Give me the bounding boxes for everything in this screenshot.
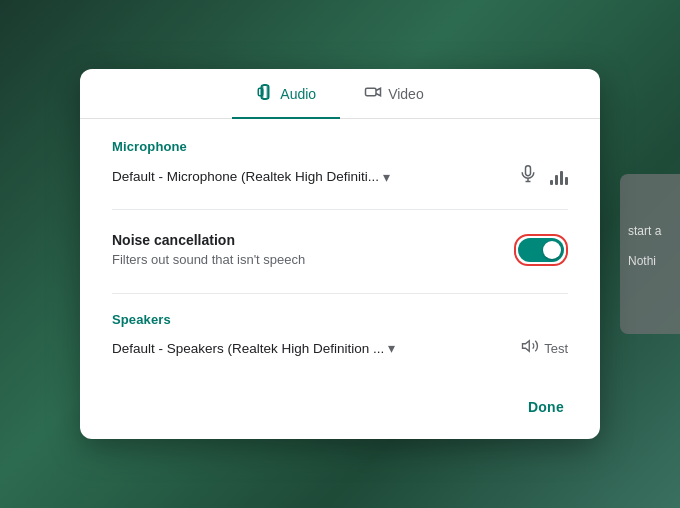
sidebar-start-text: start a	[628, 224, 661, 238]
noise-cancellation-toggle-wrapper	[514, 234, 568, 266]
divider-2	[112, 293, 568, 294]
microphone-device-name: Default - Microphone (Realtek High Defin…	[112, 169, 379, 184]
speakers-select[interactable]: Default - Speakers (Realtek High Definit…	[112, 340, 395, 356]
microphone-chevron-icon: ▾	[383, 169, 390, 185]
microphone-icon	[518, 164, 538, 189]
svg-rect-3	[366, 88, 377, 96]
dialog-footer: Done	[80, 383, 600, 439]
speakers-device-row: Default - Speakers (Realtek High Definit…	[112, 337, 568, 359]
tab-audio-label: Audio	[280, 86, 316, 102]
tab-bar: Audio Video	[80, 69, 600, 119]
tab-video[interactable]: Video	[340, 69, 448, 119]
video-tab-icon	[364, 83, 382, 105]
microphone-device-row: Default - Microphone (Realtek High Defin…	[112, 164, 568, 189]
noise-cancellation-row: Noise cancellation Filters out sound tha…	[112, 228, 568, 271]
test-label: Test	[544, 341, 568, 356]
done-button[interactable]: Done	[516, 391, 576, 423]
svg-marker-7	[523, 341, 530, 352]
speakers-section-label: Speakers	[112, 312, 568, 327]
sidebar-nothi-text: Nothi	[628, 254, 656, 268]
speakers-chevron-icon: ▾	[388, 340, 395, 356]
microphone-section-label: Microphone	[112, 139, 568, 154]
svg-rect-4	[526, 166, 531, 176]
tab-video-label: Video	[388, 86, 424, 102]
sidebar-panel: start a Nothi	[620, 174, 680, 334]
noise-cancellation-toggle[interactable]	[518, 238, 564, 262]
speaker-icon	[521, 337, 539, 359]
audio-tab-icon	[256, 83, 274, 105]
settings-dialog: Audio Video Microphone Default - Microph…	[80, 69, 600, 439]
microphone-controls	[518, 164, 568, 189]
noise-cancellation-title: Noise cancellation	[112, 232, 305, 248]
dialog-content: Microphone Default - Microphone (Realtek…	[80, 119, 600, 383]
divider-1	[112, 209, 568, 210]
noise-text-group: Noise cancellation Filters out sound tha…	[112, 232, 305, 267]
test-speakers-button[interactable]: Test	[521, 337, 568, 359]
speakers-device-name: Default - Speakers (Realtek High Definit…	[112, 341, 384, 356]
audio-levels-icon	[550, 169, 568, 185]
tab-audio[interactable]: Audio	[232, 69, 340, 119]
noise-cancellation-desc: Filters out sound that isn't speech	[112, 252, 305, 267]
microphone-select[interactable]: Default - Microphone (Realtek High Defin…	[112, 169, 390, 185]
toggle-knob	[543, 241, 561, 259]
